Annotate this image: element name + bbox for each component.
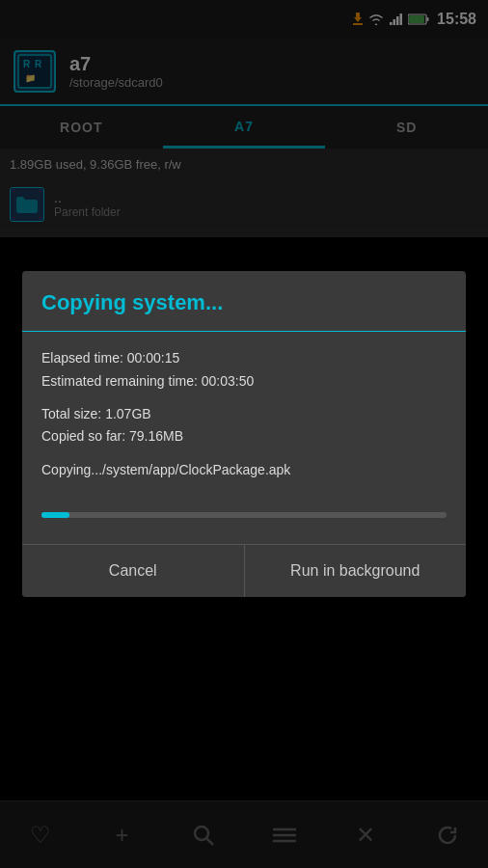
run-in-background-button[interactable]: Run in background bbox=[244, 545, 467, 597]
progress-container bbox=[41, 512, 447, 518]
current-file-label: Copying.../system/app/ClockPackage.apk bbox=[41, 462, 447, 477]
elapsed-time-label: Elapsed time: 00:00:15 bbox=[41, 347, 447, 370]
dialog-overlay: Copying system... Elapsed time: 00:00:15… bbox=[0, 0, 488, 868]
copied-so-far-label: Copied so far: 79.16MB bbox=[41, 425, 447, 448]
copy-dialog: Copying system... Elapsed time: 00:00:15… bbox=[22, 271, 466, 597]
progress-fill bbox=[41, 512, 69, 518]
cancel-button[interactable]: Cancel bbox=[22, 545, 244, 597]
dialog-body: Elapsed time: 00:00:15 Estimated remaini… bbox=[22, 332, 466, 544]
total-size-label: Total size: 1.07GB bbox=[41, 403, 447, 426]
remaining-time-label: Estimated remaining time: 00:03:50 bbox=[41, 370, 447, 393]
dialog-buttons: Cancel Run in background bbox=[22, 544, 466, 597]
dialog-title: Copying system... bbox=[22, 271, 466, 332]
